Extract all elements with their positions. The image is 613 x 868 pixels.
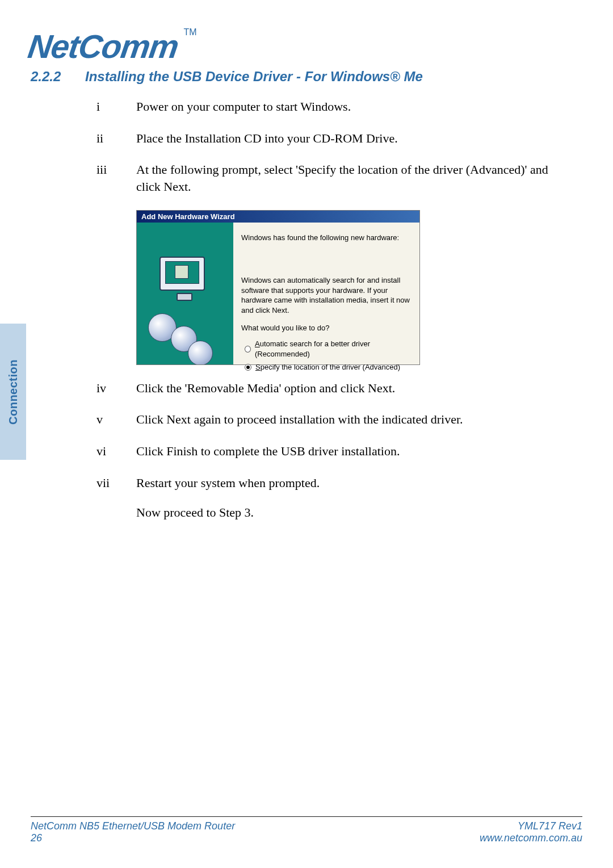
step-numeral: ii (96, 130, 136, 147)
step-item: iv Click the 'Removable Media' option an… (96, 380, 571, 397)
page-number: 26 (31, 832, 235, 844)
proceed-note: Now proceed to Step 3. (136, 505, 582, 520)
wizard-titlebar: Add New Hardware Wizard (137, 211, 419, 223)
step-item: ii Place the Installation CD into your C… (96, 130, 571, 147)
step-text: Power on your computer to start Windows. (136, 98, 571, 115)
step-item: iii At the following prompt, select 'Spe… (96, 161, 571, 195)
monitor-icon (159, 257, 205, 291)
wizard-prompt: What would you like to do? (241, 323, 410, 333)
wizard-option-specify-label: Specify the location of the driver (Adva… (255, 362, 400, 372)
section-number: 2.2.2 (31, 69, 83, 85)
footer-product: NetComm NB5 Ethernet/USB Modem Router (31, 820, 235, 832)
brand-logo: NetComm TM (28, 27, 582, 65)
wizard-option-auto-label: Automatic search for a better driver (Re… (255, 339, 410, 359)
step-text: Click Next again to proceed installation… (136, 411, 571, 428)
step-numeral: i (96, 98, 136, 115)
step-item: i Power on your computer to start Window… (96, 98, 571, 115)
side-tab-connection: Connection (0, 324, 26, 460)
wizard-content: Windows has found the following new hard… (233, 223, 419, 364)
radio-unchecked-icon (245, 346, 251, 353)
step-numeral: iii (96, 161, 136, 195)
wizard-option-auto[interactable]: Automatic search for a better driver (Re… (245, 339, 410, 359)
step-text: Place the Installation CD into your CD-R… (136, 130, 571, 147)
radio-checked-icon (245, 364, 251, 371)
footer-rule (31, 816, 582, 817)
wizard-option-specify[interactable]: Specify the location of the driver (Adva… (245, 362, 410, 372)
wizard-body: Windows has found the following new hard… (137, 223, 419, 364)
wizard-message-desc: Windows can automatically search for and… (241, 275, 410, 315)
footer-revision: YML717 Rev1 (518, 820, 582, 832)
wizard-sidebar-art (137, 223, 233, 364)
step-item: vi Click Finish to complete the USB driv… (96, 443, 571, 460)
step-numeral: vi (96, 443, 136, 460)
disc-icon (188, 341, 213, 364)
section-heading: 2.2.2 Installing the USB Device Driver -… (31, 69, 582, 85)
section-title: Installing the USB Device Driver - For W… (85, 69, 423, 84)
step-item: v Click Next again to proceed installati… (96, 411, 571, 428)
side-tab-label: Connection (7, 359, 20, 425)
footer-url: www.netcomm.com.au (480, 832, 582, 844)
step-text: Click Finish to complete the USB driver … (136, 443, 571, 460)
brand-name: NetComm (26, 27, 180, 65)
steps-list: i Power on your computer to start Window… (96, 98, 571, 492)
trademark-symbol: TM (183, 27, 196, 37)
step-numeral: vii (96, 475, 136, 492)
wizard-dialog: Add New Hardware Wizard Windows has foun… (136, 210, 420, 365)
step-numeral: v (96, 411, 136, 428)
document-page: NetComm TM 2.2.2 Installing the USB Devi… (0, 0, 613, 868)
step-text: At the following prompt, select 'Specify… (136, 161, 571, 195)
page-footer: NetComm NB5 Ethernet/USB Modem Router 26… (31, 816, 582, 844)
step-numeral: iv (96, 380, 136, 397)
wizard-message-found: Windows has found the following new hard… (241, 233, 410, 243)
step-text: Restart your system when prompted. (136, 475, 571, 492)
step-item: vii Restart your system when prompted. (96, 475, 571, 492)
step-text: Click the 'Removable Media' option and c… (136, 380, 571, 397)
